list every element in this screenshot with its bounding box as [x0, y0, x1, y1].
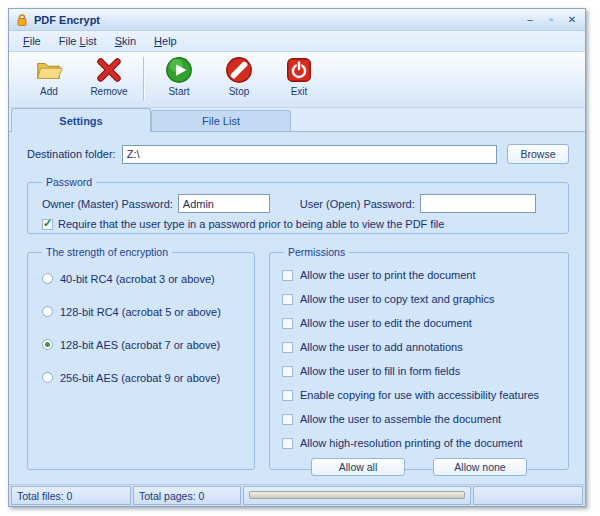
destination-folder-input[interactable]	[122, 145, 497, 164]
checkbox-icon	[282, 414, 293, 425]
stop-prohibition-icon	[224, 55, 254, 85]
folder-add-icon	[34, 55, 64, 85]
menu-item-help[interactable]: Help	[146, 33, 185, 49]
radio-icon	[42, 273, 53, 284]
maximize-button[interactable]: ▫	[544, 14, 558, 26]
radio-40bit-rc4[interactable]: 40-bit RC4 (acrobat 3 or above)	[42, 262, 246, 295]
password-group: Password Owner (Master) Password: User (…	[27, 176, 569, 234]
title-bar: PDF Encrypt – ▫ ✕	[9, 9, 585, 31]
require-password-label: Require that the user type in a password…	[58, 218, 444, 230]
perm-high-res-print[interactable]: Allow high-resolution printing of the do…	[282, 431, 560, 455]
perm-assemble[interactable]: Allow the user to assemble the document	[282, 407, 560, 431]
menu-bar: File File List Skin Help	[9, 31, 585, 52]
exit-button[interactable]: Exit	[269, 55, 329, 105]
radio-icon	[42, 306, 53, 317]
menu-item-file-list[interactable]: File List	[51, 33, 105, 49]
remove-button[interactable]: Remove	[79, 55, 139, 105]
checkbox-icon	[282, 294, 293, 305]
toolbar-separator	[143, 57, 145, 101]
permissions-group: Permissions Allow the user to print the …	[269, 246, 569, 470]
owner-password-label: Owner (Master) Password:	[42, 198, 173, 210]
exit-label: Exit	[291, 86, 308, 97]
user-password-input[interactable]	[420, 194, 536, 213]
checkbox-icon	[282, 390, 293, 401]
toolbar: Add Remove	[9, 52, 585, 108]
perm-print[interactable]: Allow the user to print the document	[282, 263, 560, 287]
options-columns: The strength of encryption 40-bit RC4 (a…	[27, 246, 569, 470]
exit-power-icon	[284, 55, 314, 85]
password-fields-row: Owner (Master) Password: User (Open) Pas…	[42, 194, 560, 213]
desktop: PDF Encrypt – ▫ ✕ File File List Skin He…	[0, 0, 600, 516]
encryption-strength-label: The strength of encryption	[42, 246, 172, 258]
allow-none-button[interactable]: Allow none	[433, 458, 527, 476]
checkbox-icon	[282, 366, 293, 377]
status-spacer-panel	[473, 486, 583, 505]
add-button[interactable]: Add	[19, 55, 79, 105]
start-play-icon	[164, 55, 194, 85]
perm-form-fields[interactable]: Allow the user to fill in form fields	[282, 359, 560, 383]
remove-x-icon	[94, 55, 124, 85]
checkbox-icon	[282, 342, 293, 353]
perm-edit[interactable]: Allow the user to edit the document	[282, 311, 560, 335]
radio-selected-icon	[42, 339, 53, 350]
window-controls: – ▫ ✕	[523, 14, 579, 26]
checkbox-icon	[282, 438, 293, 449]
progress-bar	[249, 491, 465, 499]
browse-button[interactable]: Browse	[507, 144, 569, 164]
destination-row: Destination folder: Browse	[27, 142, 569, 166]
start-label: Start	[168, 86, 189, 97]
permissions-group-label: Permissions	[284, 246, 349, 258]
add-label: Add	[40, 86, 58, 97]
menu-item-skin[interactable]: Skin	[107, 33, 144, 49]
destination-label: Destination folder:	[27, 148, 116, 160]
app-lock-icon	[15, 13, 29, 27]
status-bar: Total files: 0 Total pages: 0	[9, 484, 585, 506]
remove-label: Remove	[90, 86, 127, 97]
stop-label: Stop	[229, 86, 250, 97]
checkbox-icon	[282, 270, 293, 281]
minimize-button[interactable]: –	[523, 14, 537, 26]
checkbox-icon	[282, 318, 293, 329]
owner-password-input[interactable]	[178, 194, 270, 213]
require-password-row: Require that the user type in a password…	[42, 218, 560, 230]
radio-256bit-aes[interactable]: 256-bit AES (acrobat 9 or above)	[42, 361, 246, 394]
require-password-checkbox[interactable]	[42, 219, 53, 230]
perm-annotations[interactable]: Allow the user to add annotations	[282, 335, 560, 359]
window-title: PDF Encrypt	[34, 14, 523, 26]
start-button[interactable]: Start	[149, 55, 209, 105]
perm-copy[interactable]: Allow the user to copy text and graphics	[282, 287, 560, 311]
user-password-label: User (Open) Password:	[300, 198, 415, 210]
stop-button[interactable]: Stop	[209, 55, 269, 105]
perm-accessibility[interactable]: Enable copying for use with accessibilit…	[282, 383, 560, 407]
menu-item-file[interactable]: File	[15, 33, 49, 49]
radio-icon	[42, 372, 53, 383]
tab-file-list[interactable]: File List	[151, 110, 291, 131]
tab-settings[interactable]: Settings	[11, 108, 151, 132]
radio-128bit-rc4[interactable]: 128-bit RC4 (acrobat 5 or above)	[42, 295, 246, 328]
perm-buttons-row: Allow all Allow none	[278, 458, 560, 476]
progress-panel	[243, 486, 471, 505]
total-pages-status: Total pages: 0	[133, 486, 241, 505]
password-group-label: Password	[42, 176, 96, 188]
encryption-strength-group: The strength of encryption 40-bit RC4 (a…	[27, 246, 255, 470]
radio-128bit-aes[interactable]: 128-bit AES (acrobat 7 or above)	[42, 328, 246, 361]
tab-strip: Settings File List	[9, 108, 585, 132]
total-files-status: Total files: 0	[11, 486, 131, 505]
app-window: PDF Encrypt – ▫ ✕ File File List Skin He…	[8, 8, 586, 507]
allow-all-button[interactable]: Allow all	[311, 458, 405, 476]
close-button[interactable]: ✕	[565, 14, 579, 26]
settings-panel: Destination folder: Browse Password Owne…	[9, 132, 585, 484]
